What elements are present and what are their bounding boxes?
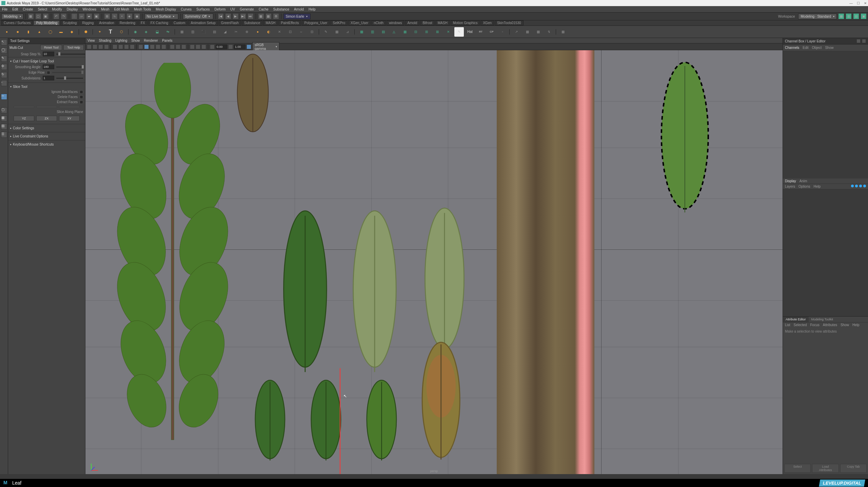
vp-textured-icon[interactable]	[150, 44, 155, 49]
menu-substance[interactable]: Substance	[273, 7, 289, 11]
playback-next-icon[interactable]: ▶|	[240, 13, 246, 19]
select-face-icon[interactable]: ▰	[86, 13, 92, 19]
cp-icon[interactable]: CP	[487, 27, 496, 37]
vp-lock-camera-icon[interactable]	[93, 44, 97, 49]
scale-tool-icon[interactable]: ▫	[1, 80, 7, 86]
cb-tab-edit[interactable]: Edit	[803, 46, 808, 50]
attr-menu-attributes[interactable]: Attributes	[823, 323, 837, 327]
shelf-tab-fx[interactable]: FX	[138, 20, 147, 25]
attr-menu-list[interactable]: List	[785, 323, 790, 327]
vp-film-gate-icon[interactable]	[118, 44, 123, 49]
menu-uv[interactable]: UV	[230, 7, 235, 11]
move-tool-icon[interactable]: ✣	[1, 64, 7, 70]
menu-arnold[interactable]: Arnold	[294, 7, 304, 11]
shelf-tab-curves-surfaces[interactable]: Curves / Surfaces	[1, 20, 33, 25]
poly-sphere-icon[interactable]: ●	[2, 27, 12, 37]
user-dropdown[interactable]: Simon Earle	[283, 14, 311, 19]
vp-gamma-input[interactable]	[234, 44, 245, 49]
shelf-tab-mash[interactable]: MASH	[435, 20, 450, 25]
menu-deform[interactable]: Deform	[215, 7, 226, 11]
snap-live-icon[interactable]: ◉	[134, 13, 140, 19]
poly-disc-icon[interactable]: ◆	[67, 27, 77, 37]
menu-generate[interactable]: Generate	[240, 7, 254, 11]
poly-torus-icon[interactable]: ◯	[45, 27, 55, 37]
snap-grid-icon[interactable]: ⊞	[104, 13, 110, 19]
shelf-tab-bifrost[interactable]: Bifrost	[420, 20, 434, 25]
menu-mesh[interactable]: Mesh	[101, 7, 109, 11]
layer-dot-1[interactable]	[851, 185, 854, 187]
menu-create[interactable]: Create	[23, 7, 33, 11]
open-scene-icon[interactable]: ▢	[35, 13, 41, 19]
hat-icon[interactable]: Hat	[465, 27, 475, 37]
bridge-icon[interactable]: ▤	[210, 27, 219, 37]
poly-type-icon[interactable]: T	[106, 27, 115, 37]
unlock-icon[interactable]: ↯	[544, 27, 554, 37]
select-vertex-icon[interactable]: ⋮	[71, 13, 77, 19]
reflection-icon[interactable]: ◈	[141, 27, 151, 37]
anim-tab[interactable]: Anim	[800, 179, 807, 183]
select-object-icon[interactable]: ▣	[94, 13, 100, 19]
menu-curves[interactable]: Curves	[181, 7, 192, 11]
poly-cone-icon[interactable]: ▲	[35, 27, 44, 37]
normal-icon[interactable]: ↗	[512, 27, 521, 37]
bool-intersect-icon[interactable]: ▤	[378, 27, 388, 37]
new-scene-icon[interactable]: ▦	[28, 13, 34, 19]
paint-select-tool-icon[interactable]: ✎	[1, 56, 7, 62]
live-surface-dropdown[interactable]: No Live Surface	[144, 14, 178, 19]
slide-edge-icon[interactable]: ⇆	[163, 27, 173, 37]
cb-icon-2[interactable]	[862, 39, 866, 43]
attr-menu-focus[interactable]: Focus	[810, 323, 819, 327]
connect-icon[interactable]: ↔	[296, 27, 306, 37]
workspace-icon-4[interactable]: ▣	[861, 13, 867, 19]
reset-tool-button[interactable]: Reset Tool	[40, 45, 62, 50]
obj-icon[interactable]: ▫	[498, 27, 507, 37]
close-button[interactable]: ✕	[864, 1, 867, 5]
merge-icon[interactable]: ✕	[275, 27, 284, 37]
shelf-tab-windows[interactable]: windows	[387, 20, 404, 25]
svg-icon[interactable]: ⬡	[117, 27, 126, 37]
lasso-tool-icon[interactable]: ◯	[1, 48, 7, 54]
vp-exposure-icon[interactable]	[210, 44, 215, 49]
vp-xray-joints-icon[interactable]	[181, 44, 186, 49]
vp-motion-blur-icon[interactable]	[196, 44, 200, 49]
vp-gamma-icon[interactable]	[228, 44, 233, 49]
attr-menu-help[interactable]: Help	[852, 323, 860, 327]
attr-menu-selected[interactable]: Selected	[794, 323, 807, 327]
layout-single-icon[interactable]: ▢	[1, 107, 7, 113]
maximize-button[interactable]: ☐	[857, 1, 860, 5]
target-weld-icon[interactable]: ⊕	[242, 27, 252, 37]
remesh-icon[interactable]: ⊞	[422, 27, 431, 37]
redo-icon[interactable]: ↷	[61, 13, 67, 19]
shelf-tab-painteffects[interactable]: PaintEffects	[278, 20, 301, 25]
playback-end-icon[interactable]: ⏭	[248, 13, 254, 19]
workspace-icon-2[interactable]: ▥	[846, 13, 852, 19]
menu-surfaces[interactable]: Surfaces	[196, 7, 210, 11]
minimize-button[interactable]: —	[849, 1, 853, 5]
vp-menu-show[interactable]: Show	[131, 39, 140, 42]
section-slice-header[interactable]: Slice Tool	[10, 85, 83, 89]
vp-exposure-input[interactable]	[216, 44, 227, 49]
attr-menu-show[interactable]: Show	[841, 323, 849, 327]
menu-help[interactable]: Help	[309, 7, 316, 11]
extrude-icon[interactable]: ⬛	[199, 27, 208, 37]
shelf-tab-motion-graphics[interactable]: Motion Graphics	[451, 20, 480, 25]
separate-icon[interactable]: ▥	[188, 27, 197, 37]
quad-draw-icon[interactable]: ▦	[332, 27, 341, 37]
symmetry-icon[interactable]: ⬓	[152, 27, 162, 37]
viewport-3d[interactable]: ↖ persp	[85, 50, 783, 474]
vp-menu-lighting[interactable]: Lighting	[115, 39, 127, 42]
triangulate-icon[interactable]: ◬	[389, 27, 399, 37]
retopo-icon[interactable]: ⊠	[433, 27, 442, 37]
vp-shadows-icon[interactable]	[161, 44, 166, 49]
shelf-tab-animation[interactable]: Animation	[97, 20, 116, 25]
undo-icon[interactable]: ↶	[53, 13, 59, 19]
layer-menu-help[interactable]: Help	[813, 185, 821, 188]
workspace-icon-3[interactable]: ▤	[853, 13, 859, 19]
menu-windows[interactable]: Windows	[82, 7, 96, 11]
mirror-icon[interactable]: ◐	[264, 27, 273, 37]
menu-edit-mesh[interactable]: Edit Mesh	[114, 7, 129, 11]
poly-platonic-icon[interactable]: ⬢	[81, 27, 91, 37]
section-keyboard-header[interactable]: Keyboard/Mouse Shortcuts	[10, 143, 83, 146]
shelf-tab-ncloth[interactable]: nCloth	[371, 20, 386, 25]
delete-faces-checkbox[interactable]	[80, 95, 83, 99]
